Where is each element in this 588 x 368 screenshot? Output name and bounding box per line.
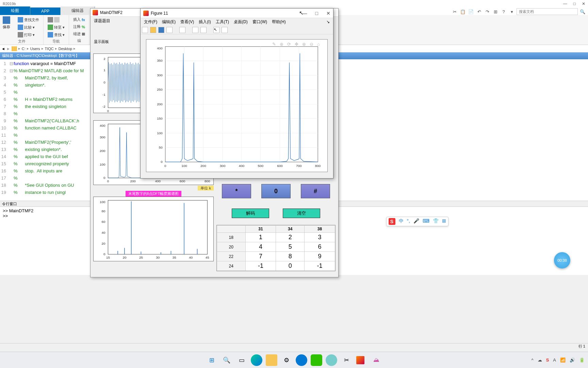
save-icon[interactable] xyxy=(158,27,164,33)
minimize-icon[interactable]: — xyxy=(303,11,307,16)
forward-icon[interactable]: ► xyxy=(6,47,10,51)
snip-icon[interactable]: ✂ xyxy=(341,354,352,366)
tab-plot[interactable]: 绘图 xyxy=(0,6,30,15)
print-button[interactable]: 打印 ▾ xyxy=(16,31,40,38)
menu-edit[interactable]: 编辑(E) xyxy=(160,18,178,26)
back-icon[interactable]: ◄ xyxy=(1,47,5,51)
nav-back-forward[interactable] xyxy=(46,16,66,23)
find-button[interactable]: 查找 ▾ xyxy=(46,31,66,38)
svg-text:30: 30 xyxy=(156,256,160,259)
tray-onedrive-icon[interactable]: ☁ xyxy=(538,357,542,363)
menu-more-icon[interactable]: ↘ xyxy=(324,19,332,25)
tray-chevron-icon[interactable]: ^ xyxy=(532,357,534,363)
tray-wifi-icon[interactable]: 📶 xyxy=(560,357,566,363)
ime-punct-icon[interactable]: °, xyxy=(407,218,410,225)
redo-icon[interactable]: ↷ xyxy=(484,8,491,15)
ime-sogou-icon[interactable]: S xyxy=(389,218,395,225)
maximize-icon[interactable]: □ xyxy=(315,11,318,16)
menu-window[interactable]: 窗口(W) xyxy=(250,18,269,26)
open-icon[interactable] xyxy=(150,27,156,33)
decode-button[interactable]: 解码 xyxy=(232,209,269,218)
community-icon[interactable]: ▾ xyxy=(508,8,515,15)
datatip-icon[interactable]: ⊕ xyxy=(280,42,285,47)
ime-lang[interactable]: 中 xyxy=(399,218,404,225)
copy-icon[interactable]: 📋 xyxy=(459,8,466,15)
matlab-taskbar-icon[interactable] xyxy=(356,354,367,366)
tray-battery-icon[interactable]: 🔋 xyxy=(579,357,585,363)
start-button[interactable]: ⊞ xyxy=(206,354,217,366)
keypad-zero[interactable]: 0 xyxy=(261,184,291,198)
menu-insert[interactable]: 插入(I) xyxy=(197,18,213,26)
menu-file[interactable]: 文件(F) xyxy=(142,18,159,26)
keypad-star[interactable]: * xyxy=(222,184,251,198)
legend-icon[interactable] xyxy=(222,27,228,33)
tray-sogou-icon[interactable]: S xyxy=(546,357,549,363)
app-icon[interactable] xyxy=(326,354,337,366)
link-icon[interactable] xyxy=(179,27,185,33)
edge-icon[interactable] xyxy=(251,354,262,366)
tray-lang-icon[interactable]: A xyxy=(553,357,556,363)
comment-button[interactable]: 注释 % xyxy=(72,24,86,30)
help-icon[interactable]: ? xyxy=(500,8,507,15)
menu-tools[interactable]: 工具(T) xyxy=(214,18,231,26)
figure-titlebar[interactable]: Figure 11 — □ ✕ xyxy=(141,9,333,18)
menu-view[interactable]: 查看(V) xyxy=(178,18,196,26)
clear-button[interactable]: 清空 xyxy=(283,209,320,218)
app2-icon[interactable]: ⛰ xyxy=(371,354,382,366)
crumb-users[interactable]: Users xyxy=(30,47,40,51)
zoomin-icon[interactable]: ⊕ xyxy=(302,42,308,47)
find-files-button[interactable]: 查找文件 xyxy=(16,16,40,23)
maximize-icon[interactable]: □ xyxy=(573,1,576,6)
indent-button[interactable]: 缩进 ▦ xyxy=(72,31,86,37)
ime-keyboard-icon[interactable]: ⌨ xyxy=(423,218,429,225)
crumb-desktop[interactable]: Desktop xyxy=(59,47,72,51)
folder-icon[interactable] xyxy=(12,46,17,51)
close-icon[interactable]: ✕ xyxy=(326,11,330,16)
browser-icon[interactable] xyxy=(296,354,307,366)
colorbar-icon[interactable] xyxy=(200,27,207,33)
recording-timer[interactable]: 00:38 xyxy=(554,252,570,269)
pan-icon[interactable]: ✥ xyxy=(295,42,300,47)
new-figure-icon[interactable] xyxy=(142,27,148,33)
rotate-icon[interactable]: ⟳ xyxy=(287,42,293,47)
search-icon[interactable]: 🔍 xyxy=(579,8,586,15)
ime-mic-icon[interactable]: 🎤 xyxy=(413,218,419,225)
settings-icon[interactable]: ⚙ xyxy=(281,354,292,366)
home-icon[interactable]: ⌂ xyxy=(317,42,323,47)
pointer-icon[interactable]: ↖ xyxy=(213,27,219,33)
close-icon[interactable]: ✕ xyxy=(582,1,585,6)
tab-editor[interactable]: 编辑器 xyxy=(61,6,95,15)
switch-windows-icon[interactable]: ⊞ xyxy=(492,8,499,15)
ime-skin-icon[interactable]: 👕 xyxy=(433,218,439,225)
minimize-icon[interactable]: — xyxy=(563,1,567,6)
compare-button[interactable]: 比较 ▾ xyxy=(16,24,40,31)
crumb-c[interactable]: C: xyxy=(22,47,26,51)
menu-desktop[interactable]: 桌面(D) xyxy=(232,18,250,26)
ime-toolbar[interactable]: S 中 °, 🎤 ⌨ 👕 ⊞ xyxy=(386,217,449,226)
paste-icon[interactable]: 📄 xyxy=(468,8,474,15)
svg-text:0: 0 xyxy=(103,252,105,256)
dock-icon[interactable] xyxy=(192,27,198,33)
keypad-hash[interactable]: # xyxy=(301,184,330,198)
cut-icon[interactable]: ✂ xyxy=(451,8,458,15)
brush-icon[interactable]: ✎ xyxy=(272,42,278,47)
tab-app[interactable]: APP xyxy=(30,7,61,15)
save-button[interactable]: 保存 xyxy=(3,16,15,38)
task-view-icon[interactable]: ▭ xyxy=(236,354,247,366)
wechat-icon[interactable] xyxy=(311,354,322,366)
ime-menu-icon[interactable]: ⊞ xyxy=(442,218,446,225)
insert-button[interactable]: 插入 fx xyxy=(72,16,86,23)
result-table[interactable]: 313438 18123 20456 22789 24-10-1 xyxy=(216,225,336,271)
goto-button[interactable]: 转至 ▾ xyxy=(46,24,66,31)
zoomout-icon[interactable]: ⊖ xyxy=(310,42,315,47)
menu-help[interactable]: 帮助(H) xyxy=(270,18,288,26)
search-input[interactable] xyxy=(517,8,578,15)
svg-text:250: 250 xyxy=(157,88,163,91)
explorer-icon[interactable] xyxy=(266,354,277,366)
undo-icon[interactable]: ↶ xyxy=(476,8,483,15)
search-icon[interactable]: 🔍 xyxy=(221,354,232,366)
print-icon[interactable] xyxy=(166,27,173,33)
tray-volume-icon[interactable]: 🔊 xyxy=(570,357,575,363)
figure-axes[interactable]: ✎ ⊕ ⟳ ✥ ⊕ ⊖ ⌂ xyxy=(146,39,328,172)
crumb-tiqc[interactable]: TIQC xyxy=(45,47,54,51)
